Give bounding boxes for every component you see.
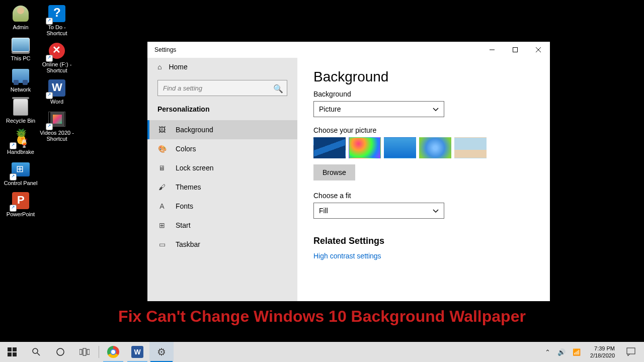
search-button[interactable] [24, 342, 48, 362]
svg-rect-5 [13, 347, 17, 351]
svg-rect-7 [13, 352, 17, 356]
desktop-icon-handbrake[interactable]: Handbrake [3, 129, 38, 155]
desktop-icon-todo[interactable]: To Do - Shortcut [39, 4, 74, 36]
home-icon: ⌂ [157, 63, 162, 71]
desktop-icon-label: Control Panel [4, 180, 38, 186]
nav-label: Themes [176, 183, 201, 191]
thumbnail-5[interactable] [454, 137, 487, 158]
picture-thumbnails [313, 137, 534, 158]
themes-icon: 🖌 [157, 183, 167, 191]
desktop-icon-online-f[interactable]: Online (F:) - Shortcut [39, 41, 74, 73]
shortcut-overlay-icon [10, 143, 16, 149]
settings-window: Settings ⌂ Home 🔍 Personalization 🖼Backg… [147, 42, 550, 301]
svg-rect-11 [79, 349, 82, 354]
desktop-icon-control-panel[interactable]: Control Panel [3, 160, 38, 186]
word-taskbar[interactable]: W [125, 342, 149, 362]
nav-start[interactable]: ⊞Start [147, 216, 297, 235]
svg-rect-1 [513, 48, 518, 52]
system-tray: ⌃ 🔊 📶 7:39 PM 2/18/2020 [542, 342, 644, 362]
minimize-button[interactable] [480, 42, 504, 58]
cortana-button[interactable] [48, 342, 72, 362]
svg-rect-6 [8, 352, 12, 356]
thumbnail-4[interactable] [419, 137, 451, 158]
desktop-icon-label: Admin [13, 24, 28, 30]
desktop-icon-label: Network [11, 86, 31, 93]
search-field[interactable]: 🔍 [157, 80, 287, 96]
desktop-icon-powerpoint[interactable]: PowerPoint [3, 191, 38, 217]
main-panel: Background Background Picture Choose you… [297, 58, 550, 301]
svg-rect-13 [87, 349, 90, 354]
chrome-icon [107, 346, 119, 358]
action-center[interactable] [622, 342, 640, 362]
clock[interactable]: 7:39 PM 2/18/2020 [585, 345, 620, 359]
shortcut-overlay-icon [10, 174, 16, 180]
admin-icon [11, 4, 30, 23]
nav-themes[interactable]: 🖌Themes [147, 177, 297, 197]
sidebar: ⌂ Home 🔍 Personalization 🖼Background🎨Col… [147, 58, 297, 301]
thumbnail-3[interactable] [384, 137, 416, 158]
tray-overflow[interactable]: ⌃ [542, 342, 553, 362]
fit-dropdown[interactable]: Fill [313, 203, 444, 219]
nav-taskbar[interactable]: ▭Taskbar [147, 235, 297, 254]
search-icon: 🔍 [273, 84, 283, 94]
clock-date: 2/18/2020 [590, 352, 615, 359]
svg-rect-14 [627, 348, 635, 354]
home-nav[interactable]: ⌂ Home [147, 58, 297, 76]
nav-label: Fonts [176, 202, 193, 210]
browse-button[interactable]: Browse [313, 164, 355, 180]
desktop-icon-this-pc[interactable]: This PC [3, 35, 38, 61]
desktop-icon-label: Videos 2020 - Shortcut [39, 130, 74, 142]
powerpoint-icon [11, 191, 30, 210]
thumbnail-1[interactable] [313, 137, 346, 158]
colors-icon: 🎨 [157, 145, 167, 153]
this-pc-icon [11, 35, 30, 54]
desktop-icon-word[interactable]: Word [39, 78, 74, 105]
nav-fonts[interactable]: AFonts [147, 197, 297, 216]
nav-lock-screen[interactable]: 🖥Lock screen [147, 158, 297, 177]
background-dropdown[interactable]: Picture [313, 101, 444, 117]
desktop-icon-label: Recycle Bin [6, 118, 35, 124]
nav-label: Background [176, 126, 213, 134]
svg-rect-12 [83, 348, 86, 355]
control-panel-icon [11, 160, 30, 179]
videos-2020-icon [47, 110, 66, 129]
related-settings: Related Settings High contrast settings [313, 236, 534, 260]
high-contrast-link[interactable]: High contrast settings [313, 252, 381, 260]
search-input[interactable] [157, 80, 287, 96]
shortcut-overlay-icon [46, 18, 52, 24]
clock-time: 7:39 PM [594, 345, 615, 352]
fit-dropdown-value: Fill [319, 207, 328, 215]
desktop-icon-label: Online (F:) - Shortcut [39, 61, 74, 73]
background-dropdown-value: Picture [319, 105, 341, 113]
thumbnail-2[interactable] [349, 137, 381, 158]
chrome-taskbar[interactable] [101, 342, 125, 362]
desktop-icon-recycle-bin[interactable]: Recycle Bin [3, 98, 38, 124]
online-f-icon [47, 41, 66, 60]
taskbar: W ⚙ ⌃ 🔊 📶 7:39 PM 2/18/2020 [0, 342, 644, 362]
desktop-icon-admin[interactable]: Admin [3, 4, 38, 30]
nav-background[interactable]: 🖼Background [147, 120, 297, 139]
background-icon: 🖼 [157, 126, 167, 134]
shortcut-overlay-icon [46, 55, 52, 61]
task-view-button[interactable] [72, 342, 97, 362]
settings-taskbar[interactable]: ⚙ [149, 342, 174, 362]
start-button[interactable] [0, 342, 24, 362]
volume-icon[interactable]: 🔊 [555, 342, 568, 362]
taskbar-divider [99, 346, 99, 358]
wifi-icon[interactable]: 📶 [570, 342, 583, 362]
close-button[interactable] [527, 42, 550, 58]
shortcut-overlay-icon [46, 93, 52, 99]
desktop-icon-label: PowerPoint [7, 211, 35, 217]
nav-colors[interactable]: 🎨Colors [147, 139, 297, 158]
network-icon [11, 66, 30, 85]
category-label: Personalization [147, 105, 297, 120]
word-icon: W [131, 346, 143, 358]
maximize-button[interactable] [504, 42, 527, 58]
background-label: Background [313, 90, 534, 98]
choose-picture-label: Choose your picture [313, 126, 534, 134]
svg-point-8 [33, 348, 38, 353]
desktop-icon-videos-2020[interactable]: Videos 2020 - Shortcut [39, 110, 74, 142]
chevron-down-icon [433, 106, 439, 112]
desktop-icon-network[interactable]: Network [3, 66, 38, 93]
word-icon [47, 78, 66, 98]
